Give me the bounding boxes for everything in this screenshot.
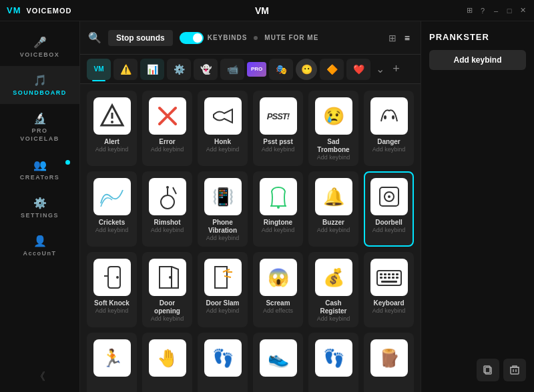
sound-icon-keyboard	[370, 259, 408, 296]
sound-keybind-doorbell[interactable]: Add keybind	[372, 227, 406, 233]
sound-keybind-trombone[interactable]: Add keybind	[317, 154, 350, 161]
app-title: VOICEMOD	[27, 7, 72, 15]
voicebox-icon: 🎤	[33, 36, 47, 49]
sidebar-account-wrap: 👤 AccoUnT	[0, 227, 79, 265]
sound-card-crickets[interactable]: Crickets Add keybind	[87, 171, 137, 247]
sidebar-collapse-btn[interactable]: 《	[0, 362, 79, 392]
sound-icon-phone: 📳	[204, 178, 242, 215]
help-btn[interactable]: ?	[478, 6, 487, 15]
svg-point-15	[388, 195, 390, 198]
sound-keybind-doorslam[interactable]: Add keybind	[206, 307, 240, 314]
sound-keybind-buzzer[interactable]: Add keybind	[317, 227, 350, 233]
sound-name-dooropening: Door opening	[148, 299, 187, 315]
sidebar-item-creators[interactable]: 👥 CREAToRS	[0, 151, 79, 189]
sound-card-softknock[interactable]: Soft Knock Add keybind	[87, 252, 137, 327]
sound-card-cashregister[interactable]: 💰 Cash Register Add keybind	[308, 252, 358, 327]
sound-card-error[interactable]: Error Add keybind	[142, 91, 192, 166]
sound-name-phone: Phone Vibration	[203, 219, 242, 235]
cat-tab-character[interactable]: 🎭	[269, 59, 293, 80]
sound-card-dooropening[interactable]: Door opening Add keybind	[142, 252, 192, 327]
cat-more-btn[interactable]: ⌄	[373, 63, 387, 75]
sidebar-item-voicebox[interactable]: 🎤 VOICEBOX	[0, 28, 79, 66]
cat-tab-music[interactable]: 📊	[140, 59, 164, 80]
sidebar-item-settings[interactable]: ⚙️ SETTINGS	[0, 189, 79, 227]
sidebar-settings-wrap: ⚙️ SETTINGS	[0, 189, 79, 227]
cat-tab-pro[interactable]: PRO	[247, 62, 266, 77]
sound-name-doorbell: Doorbell	[375, 219, 403, 227]
sound-keybind-error[interactable]: Add keybind	[151, 146, 184, 153]
cat-tab-ghost[interactable]: 👻	[194, 59, 218, 80]
sound-card-trombone[interactable]: 😢 Sad Trombone Add keybind	[308, 91, 358, 166]
search-icon[interactable]: 🔍	[88, 31, 101, 44]
sound-card-scream[interactable]: 😱 Scream Add effects	[253, 252, 303, 327]
delete-action-btn[interactable]	[503, 359, 526, 381]
sound-name-scream: Scream	[266, 299, 290, 307]
sidebar-voicelab-wrap: 🔬 PROVOICELAB	[0, 104, 79, 151]
sound-keybind-crickets[interactable]: Add keybind	[95, 227, 129, 233]
list-view-btn[interactable]: ≡	[402, 31, 413, 45]
cat-tab-gear[interactable]: ⚙️	[167, 59, 191, 80]
sound-card-r4c2[interactable]: 🤚	[142, 333, 192, 392]
toolbar-divider-dot	[254, 36, 258, 40]
sound-card-honk[interactable]: Honk Add keybind	[198, 91, 248, 166]
sidebar-creators-wrap: 👥 CREAToRS	[0, 151, 79, 189]
sound-keybind-softknock[interactable]: Add keybind	[95, 307, 129, 314]
sound-keybind-dooropening[interactable]: Add keybind	[151, 315, 184, 322]
sound-keybind-honk[interactable]: Add keybind	[206, 146, 240, 153]
sidebar-soundboard-label: SOUNDBOARD	[13, 89, 67, 96]
stop-sounds-button[interactable]: Stop sounds	[108, 30, 173, 46]
add-keybind-button[interactable]: Add keybind	[429, 50, 526, 70]
sound-card-r4c5[interactable]: 👣	[308, 333, 358, 392]
sound-icon-doorslam	[204, 259, 242, 296]
sound-card-doorslam[interactable]: Door Slam Add keybind	[198, 252, 248, 327]
sidebar-voicebox-wrap: 🎤 VOICEBOX	[0, 28, 79, 66]
sound-keybind-scream[interactable]: Add effects	[263, 307, 293, 314]
maximize-btn[interactable]: □	[505, 6, 514, 15]
sound-card-buzzer[interactable]: 🔔 Buzzer Add keybind	[308, 171, 358, 247]
sound-card-ringtone[interactable]: Ringtone Add keybind	[253, 171, 303, 247]
cat-tab-warning[interactable]: ⚠️	[113, 59, 138, 80]
sidebar-item-soundboard[interactable]: 🎵 SOUNDBOARD	[0, 66, 79, 104]
sound-card-danger[interactable]: Danger Add keybind	[364, 91, 414, 166]
sound-icon-crickets	[93, 178, 131, 215]
sound-card-psst[interactable]: PSST! Psst psst Add keybind	[253, 91, 303, 166]
sound-keybind-cashregister[interactable]: Add keybind	[317, 315, 350, 322]
grid-view-btn[interactable]: ⊞	[386, 31, 399, 45]
sound-card-r4c4[interactable]: 👟	[253, 333, 303, 392]
cat-tab-alert2[interactable]: 🔶	[320, 59, 344, 80]
sidebar-item-account[interactable]: 👤 AccoUnT	[0, 227, 79, 265]
cat-tab-vm[interactable]: VM	[87, 59, 111, 80]
sound-card-r4c6[interactable]: 🪵	[364, 333, 414, 392]
category-tabs: VM ⚠️ 📊 ⚙️ 👻 📹 PRO 🎭 😶 🔶 ❤️ ⌄ +	[80, 55, 421, 84]
copy-action-btn[interactable]	[477, 359, 499, 381]
minimize-btn[interactable]: –	[491, 6, 501, 15]
titlebar: VM VOICEMOD VM ⊞ ? – □ ✕	[0, 0, 534, 21]
sound-card-r4c1[interactable]: 🏃	[87, 333, 137, 392]
cat-tab-video[interactable]: 📹	[220, 59, 244, 80]
sound-card-r4c3[interactable]: 👣	[198, 333, 248, 392]
sound-keybind-danger[interactable]: Add keybind	[372, 146, 406, 153]
sound-card-rimshot[interactable]: Rimshot Add keybind	[142, 171, 192, 247]
sound-keybind-rimshot[interactable]: Add keybind	[151, 227, 184, 233]
sound-card-keyboard[interactable]: Keyboard Add keybind	[364, 252, 414, 327]
sound-card-doorbell[interactable]: Doorbell Add keybind	[364, 171, 414, 247]
sound-keybind-alert[interactable]: Add keybind	[95, 146, 129, 153]
sound-card-phone[interactable]: 📳 Phone Vibration Add keybind	[198, 171, 248, 247]
close-btn[interactable]: ✕	[518, 6, 527, 15]
view-toggle: ⊞ ≡	[386, 31, 413, 45]
cat-tab-face[interactable]: 😶	[296, 59, 317, 80]
sound-keybind-ringtone[interactable]: Add keybind	[262, 227, 295, 233]
cat-tab-heart[interactable]: ❤️	[346, 59, 370, 80]
titlebar-center: VM	[255, 5, 282, 16]
cat-add-btn[interactable]: +	[390, 62, 403, 76]
sound-card-alert[interactable]: Alert Add keybind	[87, 91, 137, 166]
keybinds-toggle[interactable]	[180, 32, 204, 44]
grid-btn[interactable]: ⊞	[465, 6, 474, 15]
sound-keybind-psst[interactable]: Add keybind	[262, 146, 295, 153]
sound-keybind-phone[interactable]: Add keybind	[206, 235, 240, 241]
sidebar-item-voicelab[interactable]: 🔬 PROVOICELAB	[0, 104, 79, 151]
sidebar-voicelab-label: PROVOICELAB	[20, 127, 59, 143]
sound-keybind-keyboard[interactable]: Add keybind	[372, 307, 406, 314]
sound-name-softknock: Soft Knock	[94, 299, 129, 307]
sound-grid-container[interactable]: Alert Add keybind Error Add keybind Honk…	[80, 84, 421, 392]
